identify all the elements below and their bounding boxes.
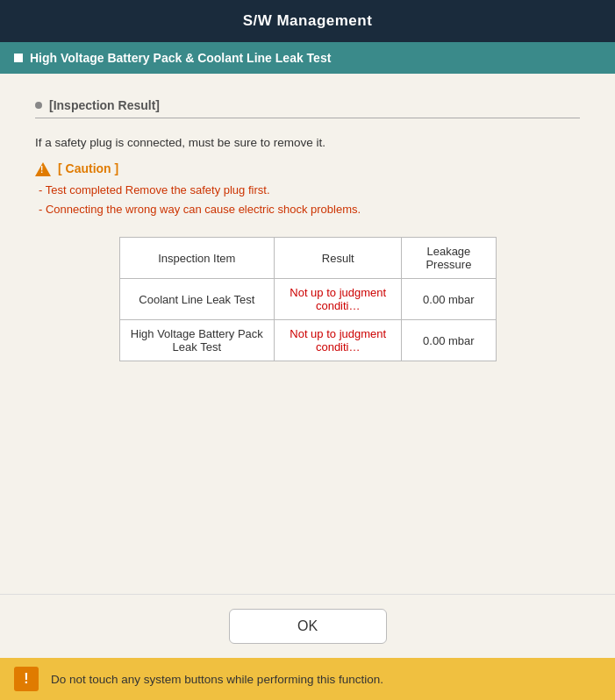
table-cell-result: Not up to judgment conditi… bbox=[275, 279, 402, 320]
caution-line-2: - Connecting the wrong way can cause ele… bbox=[39, 200, 580, 219]
table-cell-item: High Voltage Battery Pack Leak Test bbox=[119, 320, 275, 361]
sub-header: High Voltage Battery Pack & Coolant Line… bbox=[0, 42, 615, 74]
table-header-pressure: Leakage Pressure bbox=[402, 238, 496, 279]
caution-block: ! [ Caution ] - Test completed Remove th… bbox=[35, 161, 580, 219]
sub-header-label: High Voltage Battery Pack & Coolant Line… bbox=[30, 51, 331, 65]
info-text: If a safety plug is connected, must be s… bbox=[35, 136, 580, 149]
caution-title: ! [ Caution ] bbox=[35, 161, 580, 175]
section-title-text: [Inspection Result] bbox=[49, 98, 160, 112]
section-divider bbox=[35, 118, 580, 118]
page-title: S/W Management bbox=[243, 12, 373, 29]
table-cell-pressure: 0.00 mbar bbox=[402, 279, 496, 320]
table-row: High Voltage Battery Pack Leak TestNot u… bbox=[119, 320, 496, 361]
page-header: S/W Management bbox=[0, 0, 615, 42]
table-cell-pressure: 0.00 mbar bbox=[402, 320, 496, 361]
caution-line-1: - Test completed Remove the safety plug … bbox=[39, 181, 580, 200]
section-title: [Inspection Result] bbox=[35, 98, 580, 112]
main-content: [Inspection Result] If a safety plug is … bbox=[0, 74, 615, 594]
warning-text: Do not touch any system buttons while pe… bbox=[51, 673, 383, 686]
caution-triangle-icon: ! bbox=[35, 162, 51, 176]
table-cell-item: Coolant Line Leak Test bbox=[119, 279, 275, 320]
caution-title-text: [ Caution ] bbox=[58, 161, 118, 175]
bottom-warning-bar: ! Do not touch any system buttons while … bbox=[0, 658, 615, 700]
table-header-item: Inspection Item bbox=[119, 238, 275, 279]
footer: OK bbox=[0, 594, 615, 658]
warning-icon: ! bbox=[14, 667, 39, 691]
table-row: Coolant Line Leak TestNot up to judgment… bbox=[119, 279, 496, 320]
table-cell-result: Not up to judgment conditi… bbox=[275, 320, 402, 361]
section-title-dot bbox=[35, 102, 42, 109]
table-header-result: Result bbox=[275, 238, 402, 279]
sub-header-icon bbox=[14, 54, 23, 62]
ok-button[interactable]: OK bbox=[229, 609, 387, 644]
inspection-table: Inspection Item Result Leakage Pressure … bbox=[119, 237, 497, 361]
